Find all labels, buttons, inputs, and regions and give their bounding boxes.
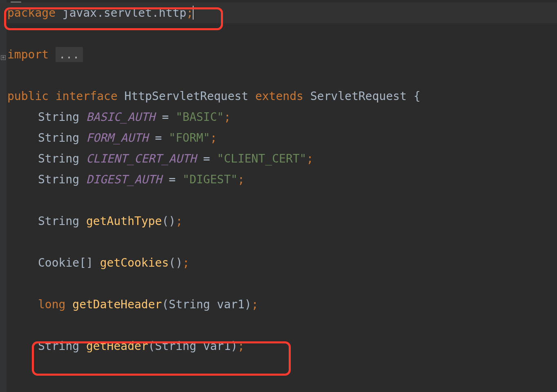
code-line-blank[interactable] — [0, 65, 557, 86]
equals: = — [148, 131, 169, 145]
code-line-import[interactable]: import ... — [0, 44, 557, 65]
const-name: FORM_AUTH — [86, 131, 148, 145]
param-type: String — [155, 339, 203, 353]
string-literal: "BASIC" — [176, 110, 224, 124]
type-name: HttpServletRequest — [125, 89, 255, 103]
code-line-interface-decl[interactable]: public interface HttpServletRequest exte… — [0, 86, 557, 107]
const-name: CLIENT_CERT_AUTH — [86, 152, 196, 165]
string-literal: "FORM" — [169, 131, 210, 145]
return-type: Cookie[] — [38, 256, 100, 270]
const-name: BASIC_AUTH — [86, 110, 155, 124]
keyword-public: public — [7, 89, 56, 103]
return-type: long — [38, 298, 72, 311]
paren-open: ( — [162, 298, 169, 311]
semicolon: ; — [238, 173, 245, 186]
semicolon: ; — [306, 152, 313, 165]
code-line-constant[interactable]: String FORM_AUTH = "FORM"; — [0, 127, 557, 148]
method-name: getDateHeader — [72, 298, 162, 311]
code-line-blank[interactable] — [0, 232, 557, 252]
super-type: ServletRequest — [310, 89, 414, 103]
params: () — [169, 256, 183, 270]
const-type: String — [38, 152, 86, 165]
semicolon: ; — [183, 256, 189, 270]
code-line-method[interactable]: long getDateHeader(String var1); — [0, 294, 557, 315]
equals: = — [162, 173, 183, 186]
keyword-package: package — [7, 6, 62, 20]
semicolon: ; — [186, 6, 193, 20]
method-name: getCookies — [100, 256, 169, 270]
brace-open: { — [414, 89, 421, 103]
param-name: var1 — [203, 339, 231, 353]
code-editor[interactable]: + package javax.servlet.http; import ...… — [0, 0, 557, 392]
equals: = — [196, 152, 217, 165]
const-type: String — [38, 110, 86, 124]
code-line-constant[interactable]: String CLIENT_CERT_AUTH = "CLIENT_CERT"; — [0, 148, 557, 169]
string-literal: "CLIENT_CERT" — [217, 152, 306, 165]
semicolon: ; — [252, 298, 258, 311]
equals: = — [155, 110, 176, 124]
params: () — [162, 214, 176, 228]
paren-close: ) — [231, 339, 238, 353]
keyword-interface: interface — [56, 89, 125, 103]
code-line-blank[interactable] — [0, 190, 557, 211]
code-line-blank[interactable] — [0, 273, 557, 294]
semicolon: ; — [210, 131, 217, 145]
text-caret — [193, 6, 194, 20]
method-name: getAuthType — [86, 214, 162, 228]
semicolon: ; — [224, 110, 231, 124]
paren-open: ( — [148, 339, 155, 353]
code-line-method[interactable]: String getHeader(String var1); — [0, 336, 557, 356]
const-type: String — [38, 131, 86, 145]
keyword-extends: extends — [255, 89, 310, 103]
code-line-blank[interactable] — [0, 23, 557, 44]
return-type: String — [38, 339, 86, 353]
method-name: getHeader — [86, 339, 148, 353]
semicolon: ; — [176, 214, 183, 228]
code-line-method[interactable]: Cookie[] getCookies(); — [0, 252, 557, 273]
const-name: DIGEST_AUTH — [86, 173, 162, 186]
keyword-import: import — [7, 48, 56, 61]
const-type: String — [38, 173, 86, 186]
package-name: javax.servlet.http — [62, 6, 186, 20]
semicolon: ; — [238, 339, 245, 353]
return-type: String — [38, 214, 86, 228]
code-line-method[interactable]: String getAuthType(); — [0, 211, 557, 232]
param-type: String — [169, 298, 217, 311]
string-literal: "DIGEST" — [183, 173, 238, 186]
code-line-package[interactable]: package javax.servlet.http; — [0, 2, 557, 23]
code-line-constant[interactable]: String BASIC_AUTH = "BASIC"; — [0, 107, 557, 127]
folded-region[interactable]: ... — [56, 47, 83, 62]
paren-close: ) — [245, 298, 252, 311]
code-line-blank[interactable] — [0, 315, 557, 336]
param-name: var1 — [217, 298, 244, 311]
code-line-constant[interactable]: String DIGEST_AUTH = "DIGEST"; — [0, 169, 557, 190]
